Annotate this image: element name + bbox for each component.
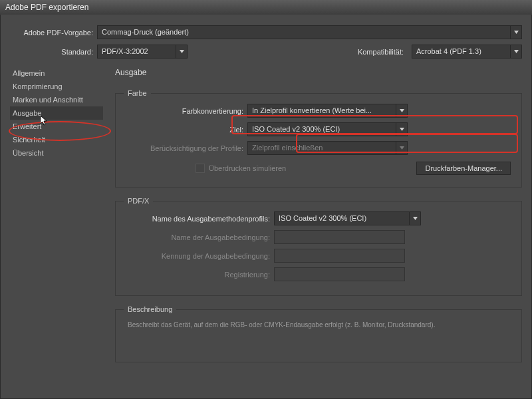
main-panel: Ausgabe Farbe Farbkonvertierung: In Ziel… [115, 66, 522, 372]
sidebar-item-label: Ausgabe [13, 109, 41, 117]
sidebar-item-sicherheit[interactable]: Sicherheit [10, 133, 103, 146]
sidebar-item-label: Allgemein [13, 69, 45, 77]
output-profile-select[interactable]: ISO Coated v2 300% (ECI) [274, 211, 421, 225]
registration-input [274, 267, 405, 281]
preset-select[interactable]: Commag-Druck (geändert) [97, 25, 522, 39]
chevron-down-icon [510, 45, 521, 58]
fieldset-description: Beschreibung Beschreibt das Gerät, auf d… [115, 305, 522, 362]
profile-policy-label: Berücksichtigung der Profile: [124, 144, 247, 152]
registration-label: Registrierung: [124, 271, 274, 279]
chevron-down-icon [510, 26, 521, 39]
condition-id-input [274, 249, 405, 263]
sidebar-item-label: Marken und Anschnitt [13, 96, 83, 104]
sidebar-item-marken-anschnitt[interactable]: Marken und Anschnitt [10, 93, 103, 106]
sidebar-item-uebersicht[interactable]: Übersicht [10, 146, 103, 160]
fieldset-pdfx: PDF/X Name des Ausgabemethodenprofils: I… [115, 197, 522, 296]
standard-select[interactable]: PDF/X-3:2002 [97, 45, 188, 59]
profile-policy-value: Zielprofil einschließen [252, 144, 323, 152]
output-profile-value: ISO Coated v2 300% (ECI) [279, 214, 366, 222]
legend-pdfx: PDF/X [124, 197, 153, 205]
fieldset-farbe: Farbe Farbkonvertierung: In Zielprofil k… [115, 89, 522, 188]
farbkonvertierung-select[interactable]: In Zielprofil konvertieren (Werte bei... [247, 104, 408, 118]
window-title: Adobe PDF exportieren [5, 3, 88, 12]
compat-label: Kompatibilität: [188, 48, 408, 56]
chevron-down-icon [396, 142, 407, 154]
standard-value: PDF/X-3:2002 [102, 47, 148, 55]
sidebar-item-label: Sicherheit [13, 136, 45, 144]
ink-manager-label: Druckfarben-Manager... [425, 164, 502, 172]
panel-heading: Ausgabe [115, 68, 522, 77]
preset-label: Adobe PDF-Vorgabe: [10, 29, 97, 37]
ziel-select[interactable]: ISO Coated v2 300% (ECI) [247, 122, 408, 136]
sidebar-item-label: Übersicht [13, 149, 43, 157]
legend-farbe: Farbe [124, 89, 151, 97]
overprint-simulate-checkbox: Überdrucken simulieren [196, 164, 286, 173]
sidebar-item-label: Erweitert [13, 122, 41, 130]
ziel-label: Ziel: [124, 126, 247, 134]
condition-name-input [274, 230, 405, 244]
farbkonvertierung-value: In Zielprofil konvertieren (Werte bei... [252, 106, 372, 114]
chevron-down-icon [396, 123, 407, 136]
compat-value: Acrobat 4 (PDF 1.3) [416, 47, 481, 55]
farbkonvertierung-label: Farbkonvertierung: [124, 107, 247, 115]
compat-select[interactable]: Acrobat 4 (PDF 1.3) [412, 45, 522, 59]
overprint-label: Überdrucken simulieren [209, 164, 286, 172]
sidebar-item-label: Komprimierung [13, 82, 63, 90]
chevron-down-icon [396, 104, 407, 117]
ink-manager-button[interactable]: Druckfarben-Manager... [416, 162, 511, 175]
legend-description: Beschreibung [124, 305, 176, 313]
standard-label: Standard: [10, 48, 97, 56]
sidebar-item-erweitert[interactable]: Erweitert [10, 120, 103, 133]
checkbox-icon [196, 164, 205, 173]
preset-value: Commag-Druck (geändert) [102, 28, 189, 36]
titlebar: Adobe PDF exportieren [0, 0, 532, 15]
sidebar: Allgemein Komprimierung Marken und Ansch… [10, 66, 103, 372]
condition-name-label: Name der Ausgabebedingung: [124, 233, 274, 241]
condition-id-label: Kennung der Ausgabebedingung: [124, 252, 274, 260]
sidebar-item-allgemein[interactable]: Allgemein [10, 66, 103, 80]
sidebar-item-ausgabe[interactable]: Ausgabe [10, 106, 103, 120]
profile-policy-select: Zielprofil einschließen [247, 141, 408, 155]
chevron-down-icon [176, 45, 187, 58]
output-profile-label: Name des Ausgabemethodenprofils: [124, 215, 274, 223]
sidebar-item-komprimierung[interactable]: Komprimierung [10, 80, 103, 93]
dialog-body: Adobe PDF-Vorgabe: Commag-Druck (geänder… [0, 15, 532, 399]
ziel-value: ISO Coated v2 300% (ECI) [252, 125, 340, 133]
description-text: Beschreibt das Gerät, auf dem die RGB- o… [124, 320, 513, 330]
chevron-down-icon [409, 212, 420, 225]
